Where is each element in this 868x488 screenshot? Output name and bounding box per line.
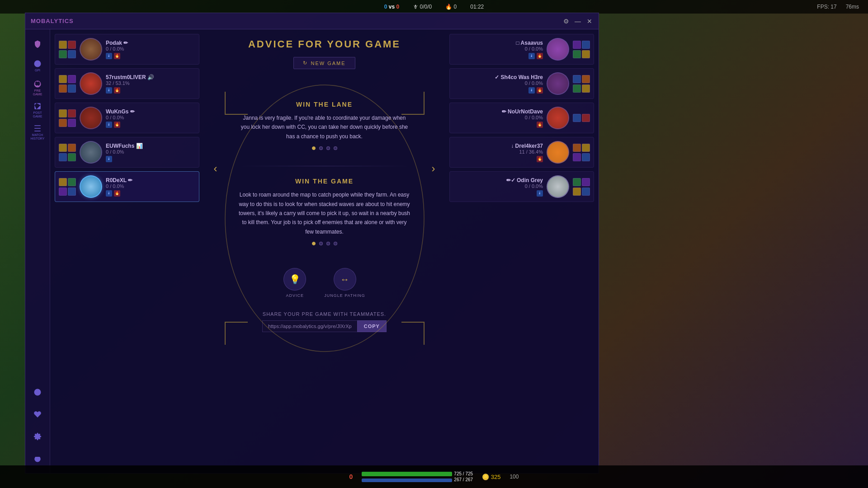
red-player-2: ✓ Sh4co Was H3re 0 / 0.0% 🌡 🔥: [449, 68, 594, 99]
sidebar-gpi-label: GPI: [35, 69, 40, 72]
panel-header: MOBALYTICS ⚙ — ✕: [25, 13, 599, 29]
player-indicator: 🔥: [114, 190, 120, 197]
sidebar-item-match-history[interactable]: MATCHHISTORY: [28, 122, 47, 142]
red-player-3: ✏ NoUrNotDave 0 / 0.0% 🔥: [449, 103, 594, 133]
bottom-hud: 0 725 / 725 267 / 267 🪙 325 100: [0, 465, 868, 488]
player-stats: 0 / 0.0%: [106, 149, 195, 155]
dot-2: [319, 146, 323, 150]
minimize-button[interactable]: —: [574, 18, 581, 25]
player-indicator: 🌡: [528, 53, 535, 59]
close-button[interactable]: ✕: [586, 18, 593, 25]
player-stats: 32 / 53.1%: [106, 80, 195, 86]
ms-counter: 76ms: [846, 4, 859, 10]
player-name: 57rustm0LIVER 🔊: [106, 74, 195, 80]
item-slot: [582, 188, 590, 196]
item-slot: [573, 188, 581, 196]
player-name: WuKnGs ✏: [106, 108, 195, 115]
blue-player-5: R0DeXL ✏ 0 / 0.0% 🌡 🔥: [55, 171, 199, 202]
item-slot: [68, 188, 76, 196]
item-slot: [68, 50, 76, 58]
blue-team-panel: Podak ✏ 0 / 0.0% 🌡 🔥: [50, 29, 204, 473]
hud-score: 0 vs 0: [384, 4, 399, 10]
sidebar: GPI PREGAME POSTGAME MATCHHISTORY: [25, 29, 50, 473]
hud-right: FPS: 17 76ms: [817, 4, 859, 10]
champion-avatar-wukngs: [80, 107, 102, 129]
share-section: SHARE YOUR PRE GAME WITH TEAMMATES. http…: [213, 311, 436, 332]
player-items-r5: [573, 178, 590, 196]
player-info-wukngs: WuKnGs ✏ 0 / 0.0% 🌡 🔥: [106, 108, 195, 128]
player-items-3: [59, 109, 76, 127]
copy-button[interactable]: COPY: [357, 320, 387, 332]
player-indicator: 🔥: [537, 156, 543, 162]
item-slot: [68, 109, 76, 117]
player-info-euwfuchs: EUWFuchs 📊 0 / 0.0% 🌡: [106, 143, 195, 162]
sidebar-item-home[interactable]: [28, 34, 47, 54]
player-info-podak: Podak ✏ 0 / 0.0% 🌡 🔥: [106, 40, 195, 59]
player-stats: 0 / 0.0%: [106, 115, 195, 120]
mobalytics-logo: MOBALYTICS: [31, 18, 74, 24]
player-name: Podak ✏: [106, 40, 195, 46]
dot-4: [334, 146, 337, 150]
player-items-5: [59, 178, 76, 196]
champion-avatar-drelk: [547, 141, 569, 164]
advice-icon-button[interactable]: 💡 ADVICE: [283, 268, 306, 298]
champion-avatar-asaavus: [547, 38, 569, 61]
dot-3: [326, 242, 330, 245]
section-1-title: WIN THE LANE: [239, 101, 410, 108]
settings-button[interactable]: ⚙: [562, 18, 570, 25]
item-slot: [573, 75, 581, 83]
health-value: 725 / 725: [454, 471, 473, 476]
player-info-drelk: ↓ Drel4ker37 11 / 36.4% 🔥: [453, 143, 543, 162]
sidebar-pregame-label: PREGAME: [33, 89, 42, 96]
player-info-sh4co: ✓ Sh4co Was H3re 0 / 0.0% 🌡 🔥: [453, 74, 543, 94]
item-slot: [59, 75, 67, 83]
top-hud: 0 vs 0 🗡 0/0/0 🔥 0 01:22 FPS: 17 76ms: [0, 0, 868, 14]
sidebar-item-gpi[interactable]: GPI: [28, 56, 47, 76]
player-indicator: 🌡: [106, 156, 112, 162]
player-items-4: [59, 144, 76, 161]
sidebar-item-post-game[interactable]: POSTGAME: [28, 100, 47, 120]
player-items-2: [59, 75, 76, 93]
player-indicator: 🌡: [528, 87, 535, 94]
champion-avatar-sh4co: [547, 72, 569, 95]
sidebar-settings-button[interactable]: [28, 427, 47, 446]
sidebar-help-button[interactable]: [28, 382, 47, 402]
sidebar-item-pre-game[interactable]: PREGAME: [28, 78, 47, 98]
player-name: ↓ Drel4ker37: [453, 143, 543, 149]
player-name: ✏ NoUrNotDave: [453, 108, 543, 115]
item-slot: [68, 84, 76, 93]
fps-counter: FPS: 17: [817, 4, 836, 10]
jungle-pathing-button[interactable]: ↔ JUNGLE PATHING: [324, 268, 365, 298]
player-stats: 0 / 0.0%: [453, 80, 543, 86]
oval-frame: ‹ › WIN THE LANE Janna is very fragile. …: [212, 78, 438, 298]
section-2-text: Look to roam around the map to catch peo…: [239, 190, 410, 236]
blue-player-4: EUWFuchs 📊 0 / 0.0% 🌡: [55, 137, 199, 168]
hud-time: 01:22: [470, 4, 484, 10]
champion-avatar-euwfuchs: [80, 141, 102, 164]
player-indicator: 🔥: [537, 87, 543, 94]
item-slot: [59, 153, 67, 161]
sidebar-heart-button[interactable]: [28, 404, 47, 424]
nav-arrow-right[interactable]: ›: [432, 162, 435, 175]
champion-avatar-r0dexl: [80, 175, 102, 198]
player-name: ✏✓ Odin Grey: [453, 177, 543, 183]
item-slot: [582, 153, 590, 161]
nav-arrow-left[interactable]: ‹: [214, 162, 217, 175]
player-info-r0dexl: R0DeXL ✏ 0 / 0.0% 🌡 🔥: [106, 177, 195, 197]
player-info-odin: ✏✓ Odin Grey 0 / 0.0% 🌡: [453, 177, 543, 197]
item-slot: [59, 144, 67, 152]
player-items-r4: [573, 144, 590, 161]
advice-section-1: WIN THE LANE Janna is very fragile. If y…: [230, 92, 420, 164]
player-items-r2: [573, 75, 590, 93]
champion-avatar-podak: [80, 38, 102, 61]
red-player-4: ↓ Drel4ker37 11 / 36.4% 🔥: [449, 137, 594, 168]
item-slot: [68, 119, 76, 127]
new-game-button[interactable]: ↻ NEW GAME: [293, 57, 355, 69]
item-slot: [68, 75, 76, 83]
champion-avatar-odin: [547, 175, 569, 198]
item-slot: [573, 84, 581, 93]
player-items-r1: [573, 41, 590, 58]
dots-indicator-1: [239, 146, 410, 150]
item-slot: [573, 41, 581, 49]
dots-indicator-2: [239, 242, 410, 245]
